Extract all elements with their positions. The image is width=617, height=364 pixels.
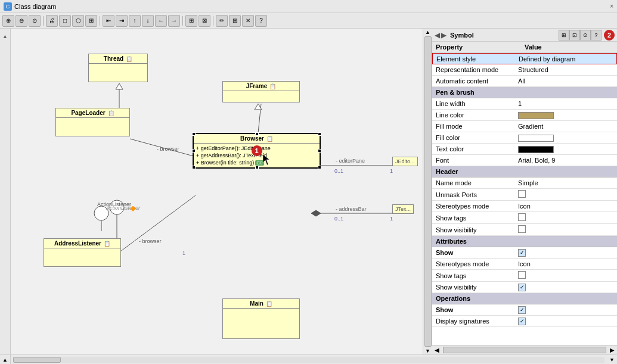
prop-scroll-track[interactable]	[443, 347, 606, 353]
nav-icon-1[interactable]: ⊞	[559, 30, 569, 41]
toolbar-btn-16[interactable]: ✏	[216, 15, 228, 27]
nav-icon-4[interactable]: ?	[591, 30, 602, 41]
scroll-up[interactable]: ▲	[425, 29, 430, 35]
nav-icon-3[interactable]: ⊙	[580, 30, 591, 41]
badge-1: 1	[252, 145, 262, 156]
prop-row-text-color[interactable]: Text color	[432, 144, 617, 155]
class-Thread[interactable]: Thread 📋	[88, 54, 148, 82]
svg-line-3	[258, 104, 261, 133]
toolbar-btn-7[interactable]: ⊞	[85, 15, 97, 27]
svg-line-5	[130, 139, 196, 157]
show-vis-h-checkbox[interactable]	[518, 225, 526, 233]
show-tags-h-checkbox[interactable]	[518, 213, 526, 221]
prop-name-show-attr: Show	[432, 248, 514, 257]
prop-row-fill-mode[interactable]: Fill mode Gradient	[432, 121, 617, 132]
toolbar-btn-14[interactable]: ⊞	[185, 15, 197, 27]
bottom-bar: ▲ ▼	[0, 354, 617, 364]
toolbar-btn-10[interactable]: ↑	[129, 15, 141, 27]
bottom-right-arrow[interactable]: ▼	[607, 355, 617, 364]
prop-row-stereo-mode-a[interactable]: Stereotypes mode Icon	[432, 259, 617, 270]
prop-row-show-attr[interactable]: Show ✓	[432, 247, 617, 259]
svg-text:0..1: 0..1	[334, 216, 343, 222]
prop-row-font[interactable]: Font Arial, Bold, 9	[432, 155, 617, 166]
nav-fwd[interactable]: ▶	[441, 31, 447, 39]
svg-text:1: 1	[390, 216, 393, 222]
diagram-canvas[interactable]: - browser - editorPane 0..1 1 - addressB…	[11, 29, 423, 354]
prop-row-auto-content[interactable]: Automatic content All	[432, 76, 617, 87]
h-scroll-track[interactable]	[61, 357, 604, 363]
show-tags-a-checkbox[interactable]	[518, 271, 526, 279]
action-listener-icon: 🔶	[130, 206, 136, 211]
jeditorpane-stub[interactable]: JEdito...	[392, 157, 418, 166]
class-main-title: Main	[250, 300, 263, 307]
toolbar-btn-2[interactable]: ⊖	[15, 15, 27, 27]
prop-row-line-color[interactable]: Line color	[432, 110, 617, 121]
nav-back[interactable]: ◀	[435, 31, 440, 39]
class-JFrame[interactable]: JFrame 📋	[222, 81, 300, 102]
prop-row-rep-mode[interactable]: Representation mode Structured	[432, 64, 617, 76]
svg-text:- browser: - browser	[157, 146, 179, 152]
prop-row-show-ops[interactable]: Show ✓	[432, 304, 617, 316]
vertical-scrollbar[interactable]: ▲ ▼	[423, 29, 432, 354]
toolbar-btn-12[interactable]: ←	[155, 15, 167, 27]
class-addresslistener-icon: 📋	[104, 241, 110, 247]
toolbar-btn-8[interactable]: ⇤	[103, 15, 114, 27]
toolbar-btn-6[interactable]: ⬡	[72, 15, 84, 27]
prop-row-display-sig[interactable]: Display signatures ✓	[432, 316, 617, 327]
toolbar-btn-15[interactable]: ⊠	[199, 15, 210, 27]
prop-name-element-style: Element style	[433, 54, 515, 64]
prop-row-line-width[interactable]: Line width 1	[432, 98, 617, 110]
prop-value-line-width: 1	[514, 99, 617, 108]
prop-scroll-right[interactable]: ▶	[607, 346, 617, 354]
prop-value-stereo-mode: Icon	[514, 201, 617, 211]
prop-scroll-left[interactable]: ◀	[432, 346, 442, 354]
toolbar-btn-9[interactable]: ⇥	[116, 15, 128, 27]
prop-row-element-style[interactable]: Element style Defined by diagram	[432, 53, 617, 64]
toolbar-btn-3[interactable]: ⊙	[29, 15, 41, 27]
unmask-ports-checkbox[interactable]	[518, 190, 526, 198]
h-scrollbar-area	[11, 355, 607, 364]
prop-value-show-vis-h	[514, 224, 617, 235]
toolbar-btn-13[interactable]: →	[168, 15, 180, 27]
nav-icon-2[interactable]: ⊡	[569, 30, 580, 41]
bottom-left-icon[interactable]: ▲	[0, 355, 11, 364]
prop-name-fill-color: Fill color	[432, 133, 514, 142]
toolbar-btn-19[interactable]: ?	[255, 15, 267, 27]
toolbar-btn-18[interactable]: ✕	[242, 15, 254, 27]
fill-color-swatch[interactable]	[518, 135, 554, 142]
show-ops-checkbox[interactable]: ✓	[518, 306, 526, 314]
class-Browser[interactable]: Browser 📋 + getEditorPane(): JEditorPane…	[193, 133, 321, 169]
toolbar-btn-5[interactable]: □	[59, 15, 71, 27]
toolbar-btn-11[interactable]: ↓	[142, 15, 154, 27]
toolbar-btn-17[interactable]: ⊞	[229, 15, 241, 27]
prop-name-line-color: Line color	[432, 110, 514, 120]
prop-row-unmask-ports[interactable]: Unmask Ports	[432, 189, 617, 201]
svg-marker-4	[255, 104, 262, 110]
show-attr-checkbox[interactable]: ✓	[518, 249, 526, 257]
diagram-wrapper: - browser - editorPane 0..1 1 - addressB…	[11, 29, 432, 354]
toolbar-btn-1[interactable]: ⊕	[2, 15, 14, 27]
scroll-down[interactable]: ▼	[425, 348, 430, 354]
class-pageloader-title: PageLoader	[71, 110, 105, 116]
prop-row-stereo-mode[interactable]: Stereotypes mode Icon	[432, 201, 617, 212]
prop-row-show-vis-h[interactable]: Show visibility	[432, 224, 617, 236]
prop-row-name-mode[interactable]: Name mode Simple	[432, 178, 617, 189]
scroll-thumb-v[interactable]	[424, 36, 432, 347]
toolbar-btn-4[interactable]: 🖨	[46, 15, 58, 27]
prop-name-show-ops: Show	[432, 305, 514, 315]
prop-row-show-vis-a[interactable]: Show visibility ✓	[432, 282, 617, 293]
class-AddressListener[interactable]: AddressListener 📋	[44, 238, 121, 267]
prop-row-show-tags-h[interactable]: Show tags	[432, 212, 617, 224]
display-sig-checkbox[interactable]: ✓	[518, 318, 526, 325]
class-PageLoader[interactable]: PageLoader 📋	[55, 108, 130, 136]
class-thread-icon: 📋	[126, 56, 132, 62]
prop-row-show-tags-a[interactable]: Show tags	[432, 270, 617, 282]
jtextfield-stub[interactable]: JTex...	[392, 204, 414, 214]
show-vis-a-checkbox[interactable]: ✓	[518, 284, 526, 291]
line-color-swatch[interactable]	[518, 112, 554, 119]
prop-row-fill-color[interactable]: Fill color	[432, 132, 617, 144]
close-button[interactable]: ×	[610, 3, 613, 10]
class-Main[interactable]: Main 📋	[222, 298, 300, 339]
text-color-swatch[interactable]	[518, 146, 554, 153]
h-scroll-thumb[interactable]	[13, 357, 61, 363]
